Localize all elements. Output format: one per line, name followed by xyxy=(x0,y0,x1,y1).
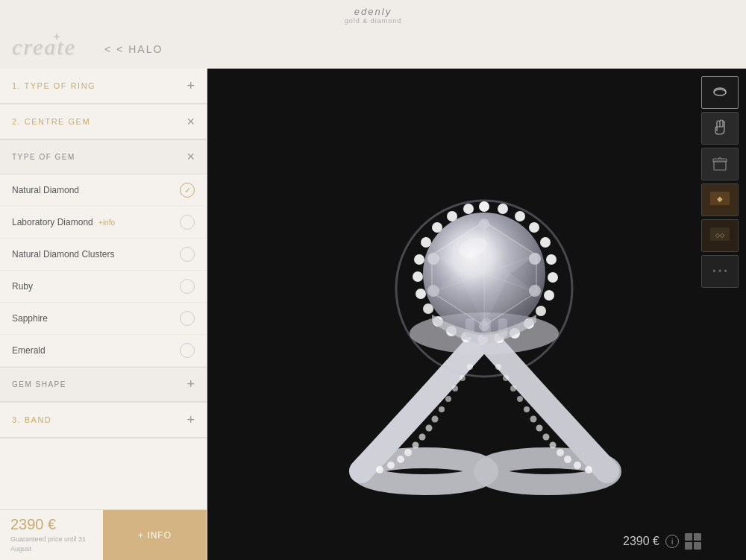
svg-point-23 xyxy=(543,433,550,440)
svg-point-73 xyxy=(529,253,541,265)
hand-view-icon xyxy=(711,116,729,141)
svg-point-5 xyxy=(376,466,383,474)
svg-point-9 xyxy=(413,441,419,448)
svg-point-21 xyxy=(557,449,564,456)
thumb-panel: ◆ ◇◇ • • • xyxy=(701,76,739,288)
box-view-icon xyxy=(711,154,729,175)
svg-text:◇◇: ◇◇ xyxy=(715,232,725,239)
breadcrumb-halo: < HALO xyxy=(116,43,163,55)
svg-point-8 xyxy=(404,449,412,456)
info-button[interactable]: + INFO xyxy=(103,510,207,560)
section-band[interactable]: 3. BAND + xyxy=(0,403,207,438)
svg-point-20 xyxy=(564,456,571,463)
svg-point-76 xyxy=(479,218,489,229)
right-panel: ◆ ◇◇ • • • 2390 € i xyxy=(207,69,746,560)
main-layout: 1. TYPE OF RING + 2. CENTRE GEM × TYPE O… xyxy=(0,69,746,560)
svg-point-38 xyxy=(546,254,557,265)
radio-clusters[interactable] xyxy=(180,247,195,262)
svg-point-74 xyxy=(427,285,439,297)
right-price-value: 2390 € xyxy=(623,535,659,548)
gem-option-ruby[interactable]: Ruby xyxy=(0,271,207,303)
radio-laboratory-diamond[interactable] xyxy=(180,215,195,230)
subsection-type-of-gem[interactable]: TYPE OF GEM × xyxy=(0,140,207,174)
section-type-of-ring[interactable]: 1. TYPE OF RING + xyxy=(0,69,207,104)
create-logo: create xyxy=(10,32,100,66)
svg-point-37 xyxy=(540,237,551,248)
gem-label-laboratory-diamond: Laboratory Diamond +info xyxy=(12,217,115,227)
svg-point-10 xyxy=(419,433,426,440)
svg-point-27 xyxy=(517,396,523,402)
detail2-view-icon: ◇◇ xyxy=(709,227,730,245)
thumb-view-box[interactable] xyxy=(701,148,739,180)
section-2-icon: × xyxy=(186,115,195,128)
svg-point-56 xyxy=(463,204,474,214)
svg-point-6 xyxy=(387,462,395,469)
radio-natural-diamond[interactable] xyxy=(180,183,195,198)
price-info-circle[interactable]: i xyxy=(665,535,679,548)
svg-point-35 xyxy=(515,211,525,221)
svg-point-11 xyxy=(426,424,433,431)
svg-point-36 xyxy=(529,222,539,233)
gem-option-natural-diamond[interactable]: Natural Diamond xyxy=(0,174,207,207)
thumb-view-ring[interactable] xyxy=(701,76,739,109)
info-link-laboratory[interactable]: +info xyxy=(98,218,115,227)
svg-point-14 xyxy=(445,396,451,402)
radio-sapphire[interactable] xyxy=(180,311,195,326)
svg-point-12 xyxy=(432,415,439,422)
svg-point-39 xyxy=(548,272,558,283)
svg-point-75 xyxy=(529,285,541,297)
subsection-gem-icon: × xyxy=(186,149,195,165)
svg-point-50 xyxy=(416,289,426,299)
radio-emerald[interactable] xyxy=(180,343,195,358)
section-1-label: 1. TYPE OF RING xyxy=(12,81,95,90)
svg-point-30 xyxy=(495,364,501,370)
brand-name: edenly xyxy=(345,6,402,17)
price-guarantee: Guaranteed price until 31 August xyxy=(10,535,93,553)
svg-point-51 xyxy=(413,271,423,282)
subsection-gem-shape[interactable]: GEM SHAPE + xyxy=(0,368,207,402)
svg-point-7 xyxy=(397,456,404,463)
thumb-view-detail2[interactable]: ◇◇ xyxy=(701,219,739,252)
subsection-shape-label: GEM SHAPE xyxy=(12,380,66,388)
section-2-label: 2. CENTRE GEM xyxy=(12,117,90,126)
gem-label-clusters: Natural Diamond Clusters xyxy=(12,249,114,259)
gem-option-sapphire[interactable]: Sapphire xyxy=(0,303,207,335)
thumb-view-more[interactable]: • • • xyxy=(701,255,739,288)
section-3-label: 3. BAND xyxy=(12,415,51,424)
svg-text:◆: ◆ xyxy=(717,195,723,203)
brand-tagline: gold & diamond xyxy=(345,17,402,25)
svg-point-25 xyxy=(530,415,537,422)
gem-label-ruby: Ruby xyxy=(12,281,33,292)
svg-point-77 xyxy=(479,321,489,331)
gem-option-laboratory-diamond[interactable]: Laboratory Diamond +info xyxy=(0,207,207,239)
svg-point-52 xyxy=(414,254,424,265)
svg-point-72 xyxy=(427,253,439,265)
ring-display xyxy=(207,69,746,560)
gem-option-clusters[interactable]: Natural Diamond Clusters xyxy=(0,239,207,271)
svg-point-41 xyxy=(536,306,546,316)
left-panel: 1. TYPE OF RING + 2. CENTRE GEM × TYPE O… xyxy=(0,69,207,560)
svg-point-18 xyxy=(585,466,592,474)
gem-label-emerald: Emerald xyxy=(12,345,46,356)
more-view-icon: • • • xyxy=(712,266,727,277)
thumb-view-hand[interactable] xyxy=(701,112,739,145)
svg-point-40 xyxy=(544,290,554,301)
grid-view-icon[interactable] xyxy=(685,533,701,550)
ring-svg xyxy=(283,106,671,523)
thumb-view-detail1[interactable]: ◆ xyxy=(701,183,739,216)
bottom-bar: 2390 € Guaranteed price until 31 August … xyxy=(0,509,207,560)
gem-option-emerald[interactable]: Emerald xyxy=(0,335,207,367)
section-centre-gem[interactable]: 2. CENTRE GEM × xyxy=(0,104,207,139)
brand-logo: edenly gold & diamond xyxy=(345,6,402,25)
svg-text:create: create xyxy=(12,34,76,59)
ring-view-icon xyxy=(711,82,729,104)
right-bottom-info: 2390 € i xyxy=(623,533,701,550)
svg-point-28 xyxy=(510,386,516,391)
detail1-view-icon: ◆ xyxy=(709,191,730,210)
radio-ruby[interactable] xyxy=(180,279,195,294)
svg-point-78 xyxy=(714,89,726,95)
svg-rect-79 xyxy=(714,161,726,170)
header-row: create < < HALO xyxy=(0,28,746,69)
svg-point-34 xyxy=(498,204,508,214)
breadcrumb-separator: < xyxy=(104,43,110,55)
